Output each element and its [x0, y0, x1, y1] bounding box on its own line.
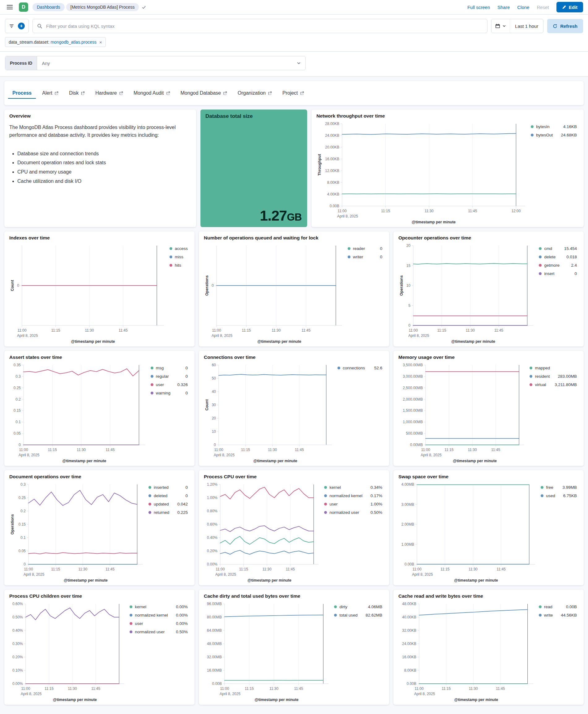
- svg-text:48.00KB: 48.00KB: [402, 602, 416, 606]
- tab-alert[interactable]: Alert: [38, 87, 63, 99]
- legend-item-getmore[interactable]: getmore2.4: [539, 263, 577, 268]
- svg-text:11:15: 11:15: [245, 687, 254, 691]
- legend-item-normalized-user[interactable]: normalized user0.50%: [324, 510, 382, 515]
- legend-item-updated[interactable]: updated0.042: [148, 502, 188, 506]
- svg-text:24.00KB: 24.00KB: [325, 133, 339, 138]
- time-range-label[interactable]: Last 1 hour: [510, 23, 543, 29]
- legend-item-used[interactable]: used6.75KB: [541, 493, 577, 498]
- edit-button[interactable]: Edit: [556, 2, 583, 13]
- legend-item-regular[interactable]: regular0: [151, 374, 188, 379]
- filter-pill-dataset[interactable]: data_stream.dataset: mongodb_atlas.proce…: [5, 37, 106, 47]
- tab-mongod-database[interactable]: Mongod Database: [176, 87, 232, 99]
- panel-memory-usage: Memory usage over time 0.00MB500.00MB1,0…: [394, 351, 584, 466]
- svg-text:11:00: 11:00: [421, 448, 430, 452]
- legend-item-inserted[interactable]: inserted0: [148, 485, 188, 490]
- legend-item-hits[interactable]: hits: [169, 263, 188, 268]
- legend-item-free[interactable]: free3.99MB: [541, 485, 577, 490]
- remove-filter-icon[interactable]: ×: [99, 40, 102, 45]
- check-icon[interactable]: [142, 5, 146, 9]
- series-color-dot: [541, 495, 543, 497]
- legend-item-insert[interactable]: insert0: [539, 271, 577, 276]
- refresh-button[interactable]: Refresh: [547, 19, 583, 33]
- series-label: normalized user: [135, 630, 165, 634]
- svg-text:40: 40: [212, 390, 216, 394]
- svg-text:40.00KB: 40.00KB: [402, 615, 416, 620]
- legend-item-mapped[interactable]: mapped: [529, 366, 577, 370]
- chart-legend: msg0regular0user0.326warning0: [148, 361, 190, 464]
- overview-bullet: CPU and memory usage: [17, 168, 191, 176]
- clone-link[interactable]: Clone: [517, 5, 529, 10]
- legend-item-kernel[interactable]: kernel0.34%: [324, 485, 382, 490]
- kql-search-input[interactable]: [45, 23, 483, 29]
- process-id-control[interactable]: Process ID Any: [5, 56, 306, 70]
- process-id-value[interactable]: Any: [37, 56, 292, 70]
- tab-process[interactable]: Process: [8, 87, 36, 99]
- legend-item-reader[interactable]: reader0: [348, 246, 382, 251]
- menu-button[interactable]: [5, 5, 15, 9]
- legend-item-cmd[interactable]: cmd15.454: [539, 246, 577, 251]
- svg-text:Count: Count: [205, 399, 209, 411]
- svg-text:@timestamp per minute: @timestamp per minute: [451, 339, 495, 344]
- legend-item-msg[interactable]: msg0: [151, 366, 188, 370]
- svg-text:8.00KB: 8.00KB: [327, 180, 339, 185]
- legend-item-write[interactable]: write44.56KB: [539, 613, 577, 617]
- legend-item-bytesOut[interactable]: bytesOut24.68KB: [531, 133, 577, 138]
- legend-item-connections[interactable]: connections52.6: [337, 366, 382, 370]
- svg-text:0.15: 0.15: [14, 408, 21, 413]
- svg-text:1.00%: 1.00%: [207, 496, 217, 500]
- legend-item-virtual[interactable]: virtual3,211.80MB: [529, 382, 577, 387]
- tab-disk[interactable]: Disk: [65, 87, 89, 99]
- legend-item-deleted[interactable]: deleted0: [148, 493, 188, 498]
- filter-icon[interactable]: [9, 23, 14, 29]
- legend-item-delete[interactable]: delete0.018: [539, 255, 577, 259]
- svg-text:1.00MB: 1.00MB: [401, 542, 414, 547]
- tab-hardware[interactable]: Hardware: [91, 87, 127, 99]
- panel-swap-space: Swap space over time 0.00B1.00MB2.00MB3.…: [394, 470, 584, 585]
- metric-unit: GB: [287, 211, 302, 223]
- legend-item-miss[interactable]: miss: [169, 255, 188, 259]
- series-value: 0: [173, 493, 188, 498]
- legend-item-bytesIn[interactable]: bytesIn4.16KB: [531, 124, 577, 129]
- series-color-dot: [539, 605, 542, 608]
- chart-canvas: 00.050.10.150.20.250.30.3511:0011:1511:3…: [9, 361, 148, 464]
- chart-plot-area: 0.00B1.00MB2.00MB3.00MB4.00MB11:0011:151…: [398, 480, 538, 584]
- legend-item-total-used[interactable]: total used82.62MB: [334, 613, 382, 617]
- overview-bullet: Cache utilization and disk I/O: [17, 177, 191, 185]
- series-color-dot: [324, 486, 327, 489]
- legend-item-user[interactable]: user1.00%: [324, 502, 382, 506]
- tab-project[interactable]: Project: [278, 87, 308, 99]
- series-label: read: [544, 605, 552, 609]
- legend-item-user[interactable]: user0.00%: [130, 621, 188, 626]
- panel-connections: Connections over time 010203040506011:00…: [199, 351, 389, 466]
- share-link[interactable]: Share: [497, 5, 510, 10]
- space-avatar[interactable]: D: [19, 2, 28, 12]
- metric-number: 1.27: [260, 207, 287, 224]
- svg-text:500.00MB: 500.00MB: [406, 431, 423, 436]
- time-picker[interactable]: Last 1 hour: [491, 19, 543, 33]
- svg-text:28.00KB: 28.00KB: [325, 122, 339, 126]
- tab-mongod-audit[interactable]: Mongod Audit: [129, 87, 174, 99]
- svg-text:11:30: 11:30: [269, 687, 278, 691]
- legend-item-read[interactable]: read0.00B: [539, 605, 577, 609]
- tab-organization[interactable]: Organization: [233, 87, 276, 99]
- legend-item-access[interactable]: access: [169, 246, 188, 251]
- svg-text:11:30: 11:30: [262, 567, 271, 571]
- chart-legend: inserted0deleted0updated0.042returned0.2…: [145, 480, 190, 584]
- legend-item-dirty[interactable]: dirty4.06MB: [334, 605, 382, 609]
- refresh-icon: [553, 24, 558, 28]
- legend-item-returned[interactable]: returned0.225: [148, 510, 188, 515]
- add-filter-button[interactable]: +: [18, 23, 25, 29]
- legend-item-user[interactable]: user0.326: [151, 382, 188, 387]
- legend-item-warning[interactable]: warning0: [151, 391, 188, 395]
- queued-operations-chart: 011:0011:1511:3011:45April 8, 2025@times…: [204, 241, 384, 344]
- legend-item-kernel[interactable]: kernel0.00%: [130, 605, 188, 609]
- legend-item-writer[interactable]: writer0: [348, 255, 382, 259]
- legend-item-resident[interactable]: resident283.00MB: [529, 374, 577, 379]
- external-link-icon: [166, 91, 170, 95]
- legend-item-normalized-user[interactable]: normalized user0.50%: [130, 630, 188, 634]
- full-screen-link[interactable]: Full screen: [467, 5, 490, 10]
- svg-text:11:45: 11:45: [119, 328, 127, 333]
- breadcrumb-dashboards[interactable]: Dashboards: [33, 3, 65, 11]
- legend-item-normalized-kernel[interactable]: normalized kernel0.00%: [130, 613, 188, 617]
- legend-item-normalized-kernel[interactable]: normalized kernel0.17%: [324, 493, 382, 498]
